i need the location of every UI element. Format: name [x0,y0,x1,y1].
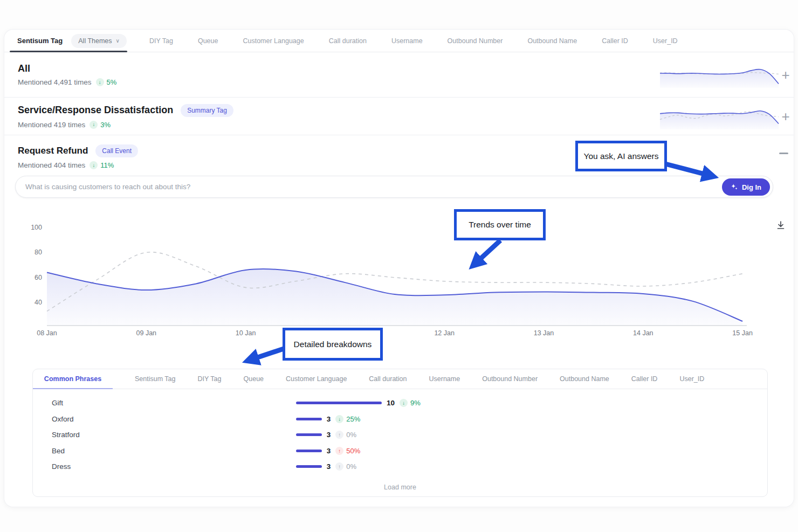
mentions-count: Mentioned 4,491 times [18,78,92,86]
phrase-label: Bed [52,447,65,455]
breakdown-tab-queue[interactable]: Queue [244,375,264,383]
breakdown-tab-diy-tag[interactable]: DIY Tag [198,375,222,383]
annotation-detailed-breakdowns: Detailed breakdowns [283,328,383,361]
expand-row-button[interactable]: + [779,66,793,83]
phrase-count-bar [296,465,322,468]
annotation-you-ask-ai-answers: You ask, AI answers [575,141,667,171]
tab-queue[interactable]: Queue [198,37,218,45]
svg-text:60: 60 [35,274,42,281]
breakdown-tab-common-phrases[interactable]: Common Phrases [33,369,113,389]
change-value: 5% [107,78,117,86]
breakdown-tab-outbound-number[interactable]: Outbound Number [482,375,538,383]
phrase-count: 3 [327,447,331,455]
dashboard-page: Sentisum Tag All Themes ∨ DIY TagQueueCu… [0,0,798,532]
download-icon[interactable] [775,220,786,231]
phrase-label: Gift [52,399,63,407]
breakdown-tab-caller-id[interactable]: Caller ID [631,375,658,383]
tab-customer-language[interactable]: Customer Language [243,37,304,45]
breakdown-row-oxford[interactable]: Oxford3↓25% [33,411,767,427]
tag-row-service-response-dissatisfaction[interactable]: Service/Response DissatisfactionSummary … [4,98,794,135]
change-value: 11% [100,161,114,169]
expanded-row-title: Request Refund [18,146,88,156]
svg-text:80: 80 [35,248,42,256]
phrase-count-bar [296,418,322,420]
change-chip: ↑50% [335,447,360,455]
breakdown-tab-customer-language[interactable]: Customer Language [286,375,347,383]
change-chip: ↓9% [400,399,421,407]
breakdown-tab-outbound-name[interactable]: Outbound Name [560,375,609,383]
tab-diy-tag[interactable]: DIY Tag [149,37,173,45]
tab-outbound-number[interactable]: Outbound Number [448,37,503,45]
ai-ask-bar: Dig In [15,176,773,198]
trend-down-icon: ↓ [335,415,343,423]
svg-text:10 Jan: 10 Jan [236,329,256,337]
breakdown-tab-call-duration[interactable]: Call duration [369,375,407,383]
tag-row-all[interactable]: AllMentioned 4,491 times↓5%+ [4,52,794,98]
phrase-metrics: 3↑0% [296,431,356,439]
annotation-trends-over-time: Trends over time [454,209,546,240]
expanded-row-request-refund: Request Refund Call Event Mentioned 404 … [4,135,794,174]
change-chip: ↑0% [335,431,356,439]
svg-text:12 Jan: 12 Jan [434,329,455,337]
change-chip: ↓ 11% [90,161,114,169]
change-chip: ↑0% [335,462,356,471]
phrase-count: 3 [327,415,331,423]
ai-question-input[interactable] [16,176,773,197]
phrase-count: 10 [387,399,395,407]
breakdown-row-stratford[interactable]: Stratford3↑0% [33,427,767,443]
tab-caller-id[interactable]: Caller ID [602,37,628,45]
breakdown-tab-bar: Common Phrases Sentisum TagDIY TagQueueC… [33,369,767,389]
breakdown-tab-sentisum-tag[interactable]: Sentisum Tag [135,375,176,383]
sparkline-chart [658,103,781,129]
phrase-metrics: 3↑50% [296,447,360,455]
svg-text:09 Jan: 09 Jan [136,329,157,337]
load-more-button[interactable]: Load more [33,478,767,496]
breakdown-card: Common Phrases Sentisum TagDIY TagQueueC… [32,369,768,497]
phrase-label: Dress [52,462,71,471]
chevron-down-icon: ∨ [116,38,120,44]
breakdown-row-bed[interactable]: Bed3↑50% [33,443,767,459]
dig-in-label: Dig In [742,183,761,191]
trend-up-icon: ↑ [335,431,343,439]
tab-username[interactable]: Username [391,37,423,45]
row-title: All [18,63,30,74]
change-value: 9% [410,399,421,407]
phrase-label: Oxford [52,415,74,423]
phrase-label: Stratford [52,431,80,439]
tab-user-id[interactable]: User_ID [653,37,678,45]
phrase-metrics: 3↓25% [296,415,360,423]
top-tabs-rest: DIY TagQueueCustomer LanguageCall durati… [149,37,703,45]
tab-call-duration[interactable]: Call duration [329,37,367,45]
trend-down-icon: ↓ [90,121,98,129]
phrase-count-bar [296,433,322,436]
phrase-metrics: 10↓9% [296,399,421,407]
expand-row-button[interactable]: + [779,108,793,125]
breakdown-row-dress[interactable]: Dress3↑0% [33,459,767,475]
svg-text:100: 100 [31,224,42,231]
change-value: 50% [346,447,360,455]
svg-text:08 Jan: 08 Jan [37,329,57,337]
trend-down-icon: ↓ [96,78,104,86]
top-tab-bar: Sentisum Tag All Themes ∨ DIY TagQueueCu… [4,30,794,52]
change-chip: ↓3% [90,121,111,129]
trend-up-icon: ↑ [335,447,343,455]
breakdown-tabs-rest: Sentisum TagDIY TagQueueCustomer Languag… [135,375,726,383]
collapse-row-button[interactable] [779,153,788,154]
breakdown-row-gift[interactable]: Gift10↓9% [33,395,767,411]
trend-chart: 10080604008 Jan09 Jan10 Jan11 Jan12 Jan1… [0,208,798,345]
trend-up-icon: ↑ [335,462,343,471]
tab-sentisum-tag[interactable]: Sentisum Tag [17,37,63,45]
breakdown-tab-user-id[interactable]: User_ID [679,375,704,383]
dig-in-button[interactable]: Dig In [722,178,770,196]
breakdown-tab-username[interactable]: Username [429,375,460,383]
phrase-count: 3 [327,462,331,471]
row-title: Service/Response Dissatisfaction [18,105,173,116]
all-themes-filter[interactable]: All Themes ∨ [71,34,127,48]
change-value: 0% [346,431,356,439]
tab-outbound-name[interactable]: Outbound Name [527,37,577,45]
phrase-metrics: 3↑0% [296,462,356,471]
sparkles-icon [731,183,738,191]
mentions-count: Mentioned 404 times [18,161,85,169]
change-chip: ↓25% [335,415,360,423]
summary-tag-badge: Summary Tag [181,104,233,117]
